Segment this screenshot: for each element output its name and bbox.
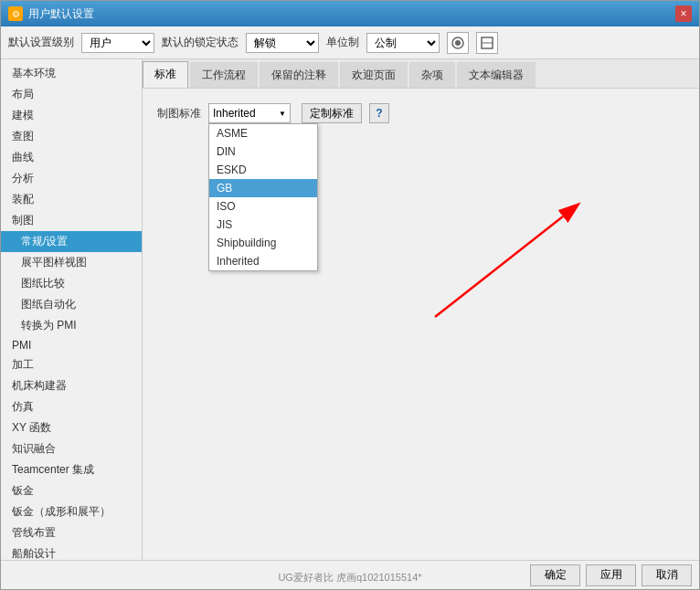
watermark: UG爱好者比 虎画q1021015514* (278, 571, 421, 585)
unit-label: 单位制 (326, 35, 359, 50)
tabs: 标准工作流程保留的注释欢迎页面杂项文本编辑器 (143, 59, 699, 89)
dropdown-value: Inherited (213, 107, 256, 120)
sidebar-item-0[interactable]: 基本环境 (1, 63, 142, 84)
dropdown-arrow-icon: ▼ (279, 110, 286, 118)
main-content: 基本环境布局建模查图曲线分析装配制图常规/设置展平图样视图图纸比较图纸自动化转换… (1, 59, 699, 560)
sidebar-item-22[interactable]: 管线布置 (1, 522, 142, 543)
tab-5[interactable]: 文本编辑器 (457, 62, 536, 88)
sidebar-item-6[interactable]: 装配 (1, 189, 142, 210)
svg-point-1 (455, 40, 461, 46)
sidebar-item-19[interactable]: Teamcenter 集成 (1, 459, 142, 480)
dropdown-container: Inherited ▼ ASMEDINESKDGBISOJISShipbuild… (208, 103, 291, 123)
icon-btn-1[interactable] (447, 32, 469, 54)
apply-button[interactable]: 应用 (586, 564, 636, 586)
dropdown-option-2[interactable]: ESKD (209, 161, 317, 179)
sidebar-item-7[interactable]: 制图 (1, 210, 142, 231)
tab-1[interactable]: 工作流程 (190, 62, 258, 88)
tab-0[interactable]: 标准 (143, 61, 188, 88)
dropdown-option-7[interactable]: Inherited (209, 252, 317, 270)
sidebar-item-11[interactable]: 图纸自动化 (1, 294, 142, 315)
unit-select[interactable]: 公制 (366, 33, 440, 53)
window-icon: ⚙ (8, 6, 23, 21)
dropdown-option-5[interactable]: JIS (209, 216, 317, 234)
dropdown-list: ASMEDINESKDGBISOJISShipbuildingInherited (208, 123, 318, 271)
sidebar-item-12[interactable]: 转换为 PMI (1, 315, 142, 336)
sidebar-item-18[interactable]: 知识融合 (1, 438, 142, 459)
tab-4[interactable]: 杂项 (409, 62, 455, 88)
right-panel: 标准工作流程保留的注释欢迎页面杂项文本编辑器 制图标准 Inherited ▼ … (143, 59, 699, 560)
help-button[interactable]: ? (369, 103, 389, 123)
sidebar-item-10[interactable]: 图纸比较 (1, 273, 142, 294)
sidebar-item-2[interactable]: 建模 (1, 105, 142, 126)
title-bar: ⚙ 用户默认设置 × (1, 1, 699, 26)
sidebar-item-17[interactable]: XY 函数 (1, 417, 142, 438)
sidebar-item-4[interactable]: 曲线 (1, 147, 142, 168)
window-title: 用户默认设置 (28, 6, 94, 22)
sidebar-item-3[interactable]: 查图 (1, 126, 142, 147)
sidebar-item-15[interactable]: 机床构建器 (1, 375, 142, 396)
tab-content: 制图标准 Inherited ▼ ASMEDINESKDGBISOJISShip… (143, 89, 699, 560)
sidebar-item-13[interactable]: PMI (1, 336, 142, 354)
setting-row: 制图标准 Inherited ▼ ASMEDINESKDGBISOJISShip… (157, 103, 684, 123)
custom-button[interactable]: 定制标准 (302, 103, 362, 123)
dropdown-option-1[interactable]: DIN (209, 142, 317, 161)
level-label: 默认设置级别 (8, 35, 74, 50)
dropdown-option-4[interactable]: ISO (209, 197, 317, 216)
dropdown-option-3[interactable]: GB (209, 179, 317, 197)
icon-btn-2[interactable] (476, 32, 498, 54)
svg-line-5 (435, 216, 563, 317)
arrow-annotation (289, 134, 609, 335)
ok-button[interactable]: 确定 (530, 564, 580, 586)
sidebar-item-23[interactable]: 船舶设计 (1, 543, 142, 560)
tab-3[interactable]: 欢迎页面 (340, 62, 408, 88)
dropdown-option-6[interactable]: Shipbuilding (209, 234, 317, 252)
toolbar: 默认设置级别 用户 默认的锁定状态 解锁 单位制 公制 (1, 26, 699, 59)
cancel-button[interactable]: 取消 (642, 564, 692, 586)
dropdown-button[interactable]: Inherited ▼ (208, 103, 291, 123)
sidebar: 基本环境布局建模查图曲线分析装配制图常规/设置展平图样视图图纸比较图纸自动化转换… (1, 59, 143, 560)
tab-2[interactable]: 保留的注释 (260, 62, 338, 88)
sidebar-item-8[interactable]: 常规/设置 (1, 231, 142, 252)
setting-label: 制图标准 (157, 106, 201, 121)
sidebar-item-20[interactable]: 钣金 (1, 480, 142, 501)
main-window: ⚙ 用户默认设置 × 默认设置级别 用户 默认的锁定状态 解锁 单位制 公制 基… (0, 0, 700, 590)
bottom-bar: UG爱好者比 虎画q1021015514* 确定 应用 取消 (1, 560, 699, 589)
sidebar-item-21[interactable]: 钣金（成形和展平） (1, 501, 142, 522)
dropdown-option-0[interactable]: ASME (209, 124, 317, 142)
level-select[interactable]: 用户 (81, 33, 154, 53)
close-button[interactable]: × (675, 5, 692, 22)
sidebar-item-16[interactable]: 仿真 (1, 396, 142, 417)
lock-label: 默认的锁定状态 (162, 35, 239, 50)
sidebar-item-9[interactable]: 展平图样视图 (1, 252, 142, 273)
sidebar-item-1[interactable]: 布局 (1, 84, 142, 105)
title-bar-left: ⚙ 用户默认设置 (8, 6, 94, 22)
sidebar-item-14[interactable]: 加工 (1, 354, 142, 375)
lock-select[interactable]: 解锁 (246, 33, 319, 53)
sidebar-item-5[interactable]: 分析 (1, 168, 142, 189)
